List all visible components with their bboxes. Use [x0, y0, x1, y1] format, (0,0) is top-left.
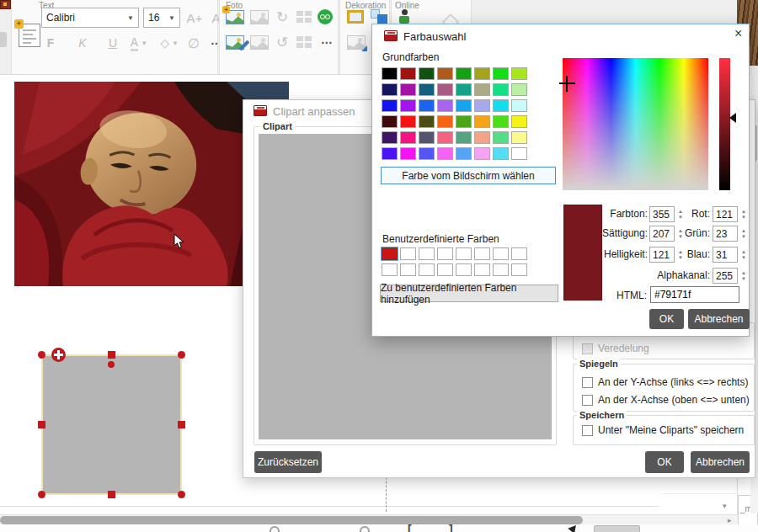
color-swatch[interactable] [437, 115, 453, 128]
color-swatch[interactable] [419, 67, 435, 80]
color-swatch[interactable] [382, 83, 398, 96]
color-swatch[interactable] [400, 147, 416, 160]
color-swatch[interactable] [382, 99, 398, 112]
bold-button[interactable]: F [40, 33, 61, 53]
color-swatch[interactable] [511, 67, 527, 80]
color-swatch[interactable] [456, 263, 472, 276]
color-swatch[interactable] [493, 247, 509, 260]
color-swatch[interactable] [419, 263, 435, 276]
color-swatch[interactable] [419, 247, 435, 260]
reset-button[interactable]: Zurücksetzen [254, 451, 322, 473]
color-swatch[interactable] [382, 147, 398, 160]
color-swatch[interactable] [400, 83, 416, 96]
increase-font-button[interactable]: A+ [184, 8, 205, 28]
replace-photo-icon[interactable] [250, 10, 269, 24]
color-swatch[interactable] [400, 99, 416, 112]
shapes-icon[interactable] [371, 9, 387, 24]
spin-down-icon[interactable]: ▼ [741, 255, 746, 261]
color-swatch[interactable] [493, 115, 509, 128]
brightness-input[interactable]: 121 [649, 247, 675, 263]
alpha-input[interactable]: 255 [713, 268, 738, 284]
color-swatch[interactable] [493, 99, 509, 112]
image-export-icon[interactable] [347, 35, 366, 50]
rotate-right-icon[interactable]: ↻ [272, 7, 292, 27]
color-swatch[interactable] [382, 115, 398, 128]
resize-handle-left[interactable] [38, 421, 45, 428]
foto-more-button[interactable]: ⋯ [316, 32, 338, 52]
status-circle-icon[interactable] [360, 526, 370, 532]
color-swatch[interactable] [493, 67, 509, 80]
color-swatch[interactable] [474, 131, 490, 144]
color-swatch[interactable] [437, 67, 453, 80]
color-swatch[interactable] [437, 131, 453, 144]
color-swatch[interactable] [437, 99, 453, 112]
color-swatch[interactable] [400, 67, 416, 80]
color-cancel-button[interactable]: Abbrechen [688, 309, 750, 329]
color-swatch[interactable] [511, 131, 527, 144]
saturation-input[interactable]: 207 [649, 226, 675, 242]
fill-color-button[interactable]: ◇ ▼ [155, 33, 184, 53]
cursor-tool-icon[interactable] [568, 524, 579, 532]
rotate-handle[interactable] [108, 361, 115, 368]
clear-format-button[interactable]: ∅ [184, 33, 204, 53]
color-swatch[interactable] [419, 83, 435, 96]
italic-button[interactable]: K [72, 33, 93, 53]
crop-icon[interactable] [296, 36, 312, 48]
collage-icon[interactable] [296, 11, 312, 23]
color-swatch[interactable] [437, 147, 453, 160]
add-custom-color-button[interactable]: Zu benutzerdefinierten Farben hinzufügen [380, 285, 558, 302]
color-swatch[interactable] [511, 115, 527, 128]
color-swatch[interactable] [456, 67, 472, 80]
color-swatch[interactable] [511, 263, 527, 276]
spin-down-icon[interactable]: ▼ [741, 234, 746, 240]
spin-up-icon[interactable]: ▲ [741, 228, 746, 234]
font-color-button[interactable]: A ▼ [125, 33, 153, 53]
color-swatch[interactable] [456, 131, 472, 144]
color-swatch[interactable] [474, 67, 490, 80]
color-swatch[interactable] [382, 131, 398, 144]
color-swatch[interactable] [511, 147, 527, 160]
move-handle-icon[interactable] [51, 348, 66, 362]
color-swatch[interactable] [382, 67, 398, 80]
scroll-right-icon[interactable]: ▸ [728, 516, 732, 524]
clipart-ok-button[interactable]: OK [645, 451, 684, 473]
font-family-combo[interactable]: Calibri ▼ [41, 8, 139, 28]
color-swatch[interactable] [456, 83, 472, 96]
resize-handle-top-left[interactable] [38, 351, 45, 359]
spin-up-icon[interactable]: ▲ [741, 209, 746, 215]
color-swatch[interactable] [511, 99, 527, 112]
color-swatch[interactable] [474, 115, 490, 128]
color-swatch[interactable] [419, 147, 435, 160]
rotate-left-icon[interactable]: ↺ [272, 32, 292, 52]
color-swatch[interactable] [437, 247, 453, 260]
add-photo-icon[interactable]: + [226, 10, 244, 24]
save-clipart-checkbox[interactable] [582, 425, 593, 436]
color-swatch[interactable] [456, 247, 472, 260]
color-swatch[interactable] [400, 247, 416, 260]
hue-saturation-field[interactable] [563, 58, 708, 190]
new-text-icon[interactable]: + [19, 24, 40, 47]
resize-handle-right[interactable] [178, 421, 185, 428]
horizontal-scrollbar[interactable] [0, 514, 743, 524]
blue-input[interactable]: 31 [713, 247, 738, 263]
color-swatch[interactable] [456, 147, 472, 160]
color-swatch[interactable] [474, 147, 490, 160]
spin-down-icon[interactable]: ▼ [741, 276, 746, 282]
color-swatch[interactable] [437, 263, 453, 276]
veredelung-checkbox[interactable] [582, 343, 593, 354]
hue-input[interactable]: 355 [649, 206, 675, 222]
color-swatch[interactable] [493, 263, 509, 276]
bracket-right-icon[interactable]: ] [449, 524, 453, 532]
spin-down-icon[interactable]: ▼ [741, 215, 746, 221]
html-input[interactable] [650, 286, 739, 303]
color-swatch[interactable] [400, 263, 416, 276]
selected-shape[interactable] [41, 354, 182, 495]
color-swatch[interactable] [474, 83, 490, 96]
edit-photo-icon[interactable] [226, 35, 244, 50]
horizontal-scrollbar-thumb[interactable] [0, 516, 583, 524]
red-input[interactable]: 121 [713, 206, 738, 222]
color-swatch[interactable] [419, 115, 435, 128]
resize-handle-bottom-left[interactable] [38, 491, 45, 498]
color-swatch[interactable] [456, 115, 472, 128]
blue-spinner[interactable]: ▲▼ [739, 247, 748, 263]
